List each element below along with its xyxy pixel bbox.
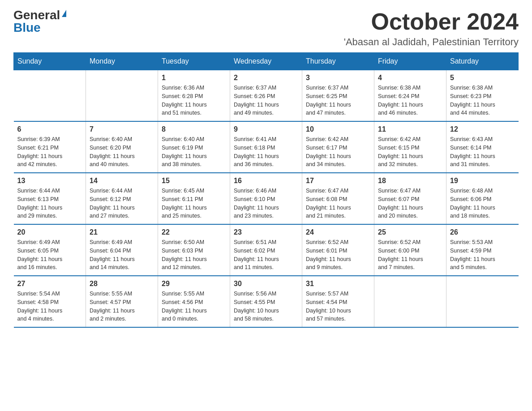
location-title: 'Abasan al Jadidah, Palestinian Territor… [344,36,519,48]
calendar-cell: 29Sunrise: 5:55 AM Sunset: 4:56 PM Dayli… [158,276,230,327]
day-info: Sunrise: 6:43 AM Sunset: 6:14 PM Dayligh… [450,135,515,169]
day-number: 28 [90,280,154,288]
day-number: 5 [450,74,515,82]
month-title: October 2024 [344,9,519,34]
day-number: 8 [162,125,226,133]
day-number: 16 [234,177,298,185]
day-number: 7 [90,125,154,133]
day-info: Sunrise: 6:44 AM Sunset: 6:13 PM Dayligh… [17,187,82,220]
day-info: Sunrise: 6:41 AM Sunset: 6:18 PM Dayligh… [234,135,298,169]
calendar-cell: 5Sunrise: 6:38 AM Sunset: 6:23 PM Daylig… [446,70,519,122]
calendar-cell: 7Sunrise: 6:40 AM Sunset: 6:20 PM Daylig… [86,121,158,173]
calendar-table: SundayMondayTuesdayWednesdayThursdayFrid… [13,52,519,328]
day-info: Sunrise: 6:49 AM Sunset: 6:04 PM Dayligh… [90,238,154,272]
day-info: Sunrise: 6:52 AM Sunset: 6:00 PM Dayligh… [378,238,442,272]
header: General Blue October 2024 'Abasan al Jad… [13,9,519,48]
calendar-cell: 9Sunrise: 6:41 AM Sunset: 6:18 PM Daylig… [230,121,302,173]
day-number: 22 [162,228,226,236]
day-info: Sunrise: 6:48 AM Sunset: 6:06 PM Dayligh… [450,187,515,220]
calendar-cell [86,70,158,122]
calendar-week-3: 13Sunrise: 6:44 AM Sunset: 6:13 PM Dayli… [14,173,519,224]
calendar-cell: 4Sunrise: 6:38 AM Sunset: 6:24 PM Daylig… [374,70,446,122]
calendar-cell [14,70,86,122]
day-info: Sunrise: 6:49 AM Sunset: 6:05 PM Dayligh… [17,238,82,272]
day-info: Sunrise: 6:52 AM Sunset: 6:01 PM Dayligh… [306,238,370,272]
calendar-cell: 20Sunrise: 6:49 AM Sunset: 6:05 PM Dayli… [14,224,86,276]
weekday-header-monday: Monday [86,53,158,70]
weekday-header-thursday: Thursday [302,53,374,70]
logo-general-text: General [13,9,60,21]
day-number: 10 [306,125,370,133]
calendar-week-5: 27Sunrise: 5:54 AM Sunset: 4:58 PM Dayli… [14,276,519,327]
calendar-cell: 16Sunrise: 6:46 AM Sunset: 6:10 PM Dayli… [230,173,302,224]
weekday-header-saturday: Saturday [446,53,519,70]
day-info: Sunrise: 6:38 AM Sunset: 6:24 PM Dayligh… [378,84,442,117]
day-number: 17 [306,177,370,185]
day-info: Sunrise: 6:40 AM Sunset: 6:20 PM Dayligh… [90,135,154,169]
day-info: Sunrise: 5:55 AM Sunset: 4:57 PM Dayligh… [90,290,154,323]
day-info: Sunrise: 6:44 AM Sunset: 6:12 PM Dayligh… [90,187,154,220]
day-number: 4 [378,74,442,82]
day-number: 20 [17,228,82,236]
logo-blue-text: Blue [13,21,41,34]
weekday-header-row: SundayMondayTuesdayWednesdayThursdayFrid… [14,53,519,70]
calendar-cell: 17Sunrise: 6:47 AM Sunset: 6:08 PM Dayli… [302,173,374,224]
calendar-week-1: 1Sunrise: 6:36 AM Sunset: 6:28 PM Daylig… [14,70,519,122]
calendar-cell: 27Sunrise: 5:54 AM Sunset: 4:58 PM Dayli… [14,276,86,327]
day-number: 29 [162,280,226,288]
day-info: Sunrise: 6:42 AM Sunset: 6:15 PM Dayligh… [378,135,442,169]
day-number: 14 [90,177,154,185]
weekday-header-friday: Friday [374,53,446,70]
calendar-cell: 26Sunrise: 5:53 AM Sunset: 4:59 PM Dayli… [446,224,519,276]
day-number: 1 [162,74,226,82]
day-number: 6 [17,125,82,133]
calendar-cell: 18Sunrise: 6:47 AM Sunset: 6:07 PM Dayli… [374,173,446,224]
calendar-cell: 10Sunrise: 6:42 AM Sunset: 6:17 PM Dayli… [302,121,374,173]
logo: General Blue [13,9,66,34]
day-info: Sunrise: 6:50 AM Sunset: 6:03 PM Dayligh… [162,238,226,272]
day-info: Sunrise: 6:46 AM Sunset: 6:10 PM Dayligh… [234,187,298,220]
day-info: Sunrise: 6:51 AM Sunset: 6:02 PM Dayligh… [234,238,298,272]
calendar-cell: 6Sunrise: 6:39 AM Sunset: 6:21 PM Daylig… [14,121,86,173]
day-info: Sunrise: 6:47 AM Sunset: 6:08 PM Dayligh… [306,187,370,220]
weekday-header-wednesday: Wednesday [230,53,302,70]
logo-triangle-icon [62,10,66,17]
calendar-week-4: 20Sunrise: 6:49 AM Sunset: 6:05 PM Dayli… [14,224,519,276]
day-number: 21 [90,228,154,236]
day-number: 2 [234,74,298,82]
day-number: 13 [17,177,82,185]
calendar-cell [446,276,519,327]
calendar-cell: 28Sunrise: 5:55 AM Sunset: 4:57 PM Dayli… [86,276,158,327]
calendar-cell: 30Sunrise: 5:56 AM Sunset: 4:55 PM Dayli… [230,276,302,327]
day-number: 31 [306,280,370,288]
calendar-cell: 8Sunrise: 6:40 AM Sunset: 6:19 PM Daylig… [158,121,230,173]
calendar-week-2: 6Sunrise: 6:39 AM Sunset: 6:21 PM Daylig… [14,121,519,173]
calendar-cell: 23Sunrise: 6:51 AM Sunset: 6:02 PM Dayli… [230,224,302,276]
calendar-cell: 13Sunrise: 6:44 AM Sunset: 6:13 PM Dayli… [14,173,86,224]
calendar-cell: 2Sunrise: 6:37 AM Sunset: 6:26 PM Daylig… [230,70,302,122]
day-number: 19 [450,177,515,185]
day-number: 9 [234,125,298,133]
day-info: Sunrise: 6:37 AM Sunset: 6:26 PM Dayligh… [234,84,298,117]
weekday-header-tuesday: Tuesday [158,53,230,70]
day-info: Sunrise: 6:36 AM Sunset: 6:28 PM Dayligh… [162,84,226,117]
day-number: 25 [378,228,442,236]
day-info: Sunrise: 5:53 AM Sunset: 4:59 PM Dayligh… [450,238,515,272]
weekday-header-sunday: Sunday [14,53,86,70]
day-number: 15 [162,177,226,185]
calendar-cell: 15Sunrise: 6:45 AM Sunset: 6:11 PM Dayli… [158,173,230,224]
calendar-cell: 25Sunrise: 6:52 AM Sunset: 6:00 PM Dayli… [374,224,446,276]
calendar-cell: 31Sunrise: 5:57 AM Sunset: 4:54 PM Dayli… [302,276,374,327]
calendar-cell: 21Sunrise: 6:49 AM Sunset: 6:04 PM Dayli… [86,224,158,276]
day-info: Sunrise: 6:45 AM Sunset: 6:11 PM Dayligh… [162,187,226,220]
title-area: October 2024 'Abasan al Jadidah, Palesti… [344,9,519,48]
day-info: Sunrise: 6:39 AM Sunset: 6:21 PM Dayligh… [17,135,82,169]
day-info: Sunrise: 6:42 AM Sunset: 6:17 PM Dayligh… [306,135,370,169]
calendar-cell: 24Sunrise: 6:52 AM Sunset: 6:01 PM Dayli… [302,224,374,276]
day-number: 3 [306,74,370,82]
day-number: 23 [234,228,298,236]
day-number: 26 [450,228,515,236]
calendar-cell: 22Sunrise: 6:50 AM Sunset: 6:03 PM Dayli… [158,224,230,276]
day-info: Sunrise: 6:37 AM Sunset: 6:25 PM Dayligh… [306,84,370,117]
day-info: Sunrise: 5:55 AM Sunset: 4:56 PM Dayligh… [162,290,226,323]
